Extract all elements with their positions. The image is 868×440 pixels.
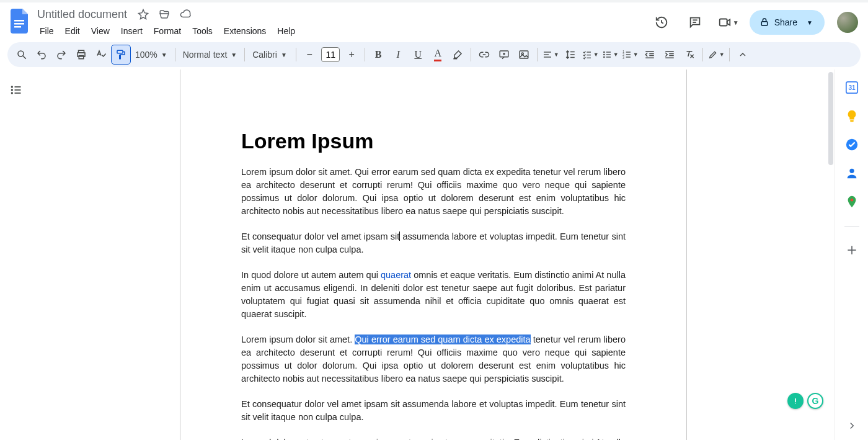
editing-mode-dropdown[interactable]: ▼ (707, 45, 725, 64)
grammarly-main-icon[interactable]: G (807, 393, 823, 409)
calendar-app-icon[interactable]: 31 (845, 81, 859, 94)
comments-icon[interactable] (683, 10, 707, 35)
move-icon[interactable] (157, 7, 172, 22)
star-icon[interactable] (136, 7, 151, 22)
side-separator (844, 226, 859, 227)
side-panel: 31 (835, 70, 868, 440)
document-title[interactable]: Untitled document (35, 8, 130, 21)
indent-increase-icon[interactable] (660, 45, 679, 64)
bulleted-list-dropdown[interactable]: ▼ (601, 45, 619, 64)
menu-format[interactable]: Format (149, 24, 186, 38)
paragraph[interactable]: Et consequatur dolor vel amet ipsam sit … (241, 398, 626, 424)
hide-side-panel-icon[interactable] (846, 420, 857, 431)
paragraph[interactable]: Lorem ipsum dolor sit amet. Qui error ea… (241, 166, 626, 218)
bold-icon[interactable]: B (369, 45, 388, 64)
scrollbar-thumb[interactable] (828, 72, 833, 165)
docs-logo[interactable] (7, 9, 32, 34)
share-button[interactable]: Share ▼ (750, 10, 825, 35)
share-caret-icon[interactable]: ▼ (802, 19, 817, 26)
line-spacing-icon[interactable] (561, 45, 580, 64)
svg-rect-32 (606, 56, 610, 57)
add-comment-icon[interactable] (495, 45, 513, 64)
menu-edit[interactable]: Edit (60, 24, 85, 38)
italic-icon[interactable]: I (389, 45, 407, 64)
svg-point-29 (603, 56, 605, 58)
svg-rect-2 (14, 26, 21, 28)
numbered-list-dropdown[interactable]: 123▼ (621, 45, 639, 64)
svg-point-60 (850, 199, 853, 202)
svg-rect-1 (14, 23, 24, 25)
redo-icon[interactable] (52, 45, 71, 64)
grammarly-widget[interactable]: G (787, 393, 823, 409)
get-addons-icon[interactable] (846, 244, 858, 256)
font-size-increase[interactable]: + (342, 45, 361, 64)
grammarly-suggestion-icon[interactable] (787, 393, 804, 409)
keep-app-icon[interactable] (845, 109, 859, 123)
svg-rect-6 (761, 22, 767, 26)
hide-menus-icon[interactable] (733, 45, 752, 64)
scrollbar-track[interactable] (826, 70, 835, 440)
font-size-input[interactable] (321, 47, 340, 62)
paragraph-style-dropdown[interactable]: Normal text▼ (179, 50, 241, 60)
font-size-decrease[interactable]: − (300, 45, 319, 64)
menu-insert[interactable]: Insert (116, 24, 148, 38)
share-label: Share (774, 17, 797, 27)
font-dropdown[interactable]: Calibri▼ (249, 50, 292, 60)
menu-help[interactable]: Help (272, 24, 300, 38)
doc-heading[interactable]: Lorem Ipsum (241, 129, 626, 153)
document-outline-icon[interactable] (7, 81, 25, 99)
paragraph[interactable]: Et consequatur dolor vel amet ipsam sit … (241, 230, 626, 256)
underline-icon[interactable]: U (409, 45, 427, 64)
document-canvas[interactable]: Lorem Ipsum Lorem ipsum dolor sit amet. … (32, 70, 835, 440)
contacts-app-icon[interactable] (845, 166, 859, 180)
toolbar: 100%▼ Normal text▼ Calibri▼ − + B I U A … (7, 42, 861, 67)
svg-rect-5 (719, 19, 727, 26)
svg-line-8 (23, 56, 26, 59)
menu-tools[interactable]: Tools (187, 24, 218, 38)
insert-image-icon[interactable] (515, 45, 533, 64)
svg-rect-16 (520, 51, 528, 58)
svg-rect-52 (15, 89, 21, 91)
paragraph[interactable]: Lorem ipsum dolor sit amet. Qui error ea… (241, 333, 626, 385)
print-icon[interactable] (72, 45, 91, 64)
svg-text:3: 3 (622, 56, 624, 60)
undo-icon[interactable] (32, 45, 51, 64)
indent-decrease-icon[interactable] (640, 45, 659, 64)
svg-rect-0 (14, 20, 24, 22)
hyperlink[interactable]: quaerat (381, 270, 411, 280)
clear-formatting-icon[interactable] (680, 45, 699, 64)
svg-rect-30 (606, 52, 610, 52)
svg-point-7 (18, 51, 24, 56)
svg-text:31: 31 (848, 84, 856, 91)
align-dropdown[interactable]: ▼ (541, 45, 560, 64)
zoom-value: 100% (135, 50, 157, 60)
paragraph[interactable]: In quod dolore ut autem autem qui quaera… (241, 269, 626, 321)
meet-icon[interactable]: ▼ (716, 10, 741, 35)
tasks-app-icon[interactable] (845, 138, 859, 151)
paint-format-icon[interactable] (112, 45, 130, 64)
svg-point-51 (11, 89, 13, 91)
highlight-color-icon[interactable] (448, 45, 467, 64)
text-color-icon[interactable]: A (428, 45, 447, 64)
svg-rect-12 (117, 50, 123, 53)
cloud-status-icon[interactable] (178, 7, 193, 22)
menu-file[interactable]: File (35, 24, 59, 38)
spellcheck-icon[interactable] (92, 45, 110, 64)
svg-point-53 (11, 92, 13, 94)
svg-point-27 (603, 52, 605, 53)
selected-text[interactable]: Qui error earum sed quam dicta ex expedi… (355, 334, 530, 344)
account-avatar[interactable] (837, 12, 858, 33)
insert-link-icon[interactable] (475, 45, 494, 64)
menu-extensions[interactable]: Extensions (219, 24, 271, 38)
maps-app-icon[interactable] (845, 195, 859, 209)
svg-rect-50 (15, 86, 21, 88)
menu-view[interactable]: View (86, 24, 115, 38)
menu-bar: File Edit View Insert Format Tools Exten… (35, 24, 300, 38)
page[interactable]: Lorem Ipsum Lorem ipsum dolor sit amet. … (180, 70, 687, 440)
svg-point-49 (11, 86, 13, 88)
zoom-dropdown[interactable]: 100%▼ (131, 50, 171, 60)
search-menus-icon[interactable] (12, 45, 31, 64)
history-icon[interactable] (649, 10, 674, 35)
checklist-dropdown[interactable]: ▼ (581, 45, 600, 64)
paragraph[interactable]: In quod dolore ut autem autem qui quaera… (241, 436, 626, 440)
